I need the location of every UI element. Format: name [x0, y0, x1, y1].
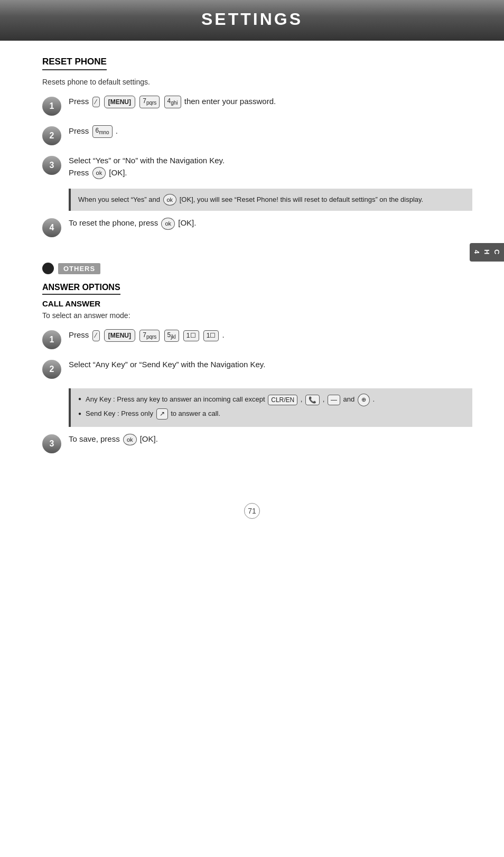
bullet-item-sendkey: Send Key : Press only ↗ to answer a call… — [78, 408, 465, 420]
key-4ghi: 4ghi — [164, 96, 181, 108]
reset-info-box: When you select “Yes” and ok [OK], you w… — [69, 189, 472, 211]
answer-bullet-box: Any Key : Press any key to answer an inc… — [69, 388, 472, 427]
step-circle-3: 3 — [42, 156, 61, 175]
reset-step-3: 3 Select “Yes” or “No” with the Navigati… — [42, 155, 472, 179]
call-answer-title: Call Answer — [42, 299, 472, 308]
reset-step-4-text: To reset the phone, press ok [OK]. — [69, 217, 472, 229]
ok-icon-inline: ok — [163, 194, 177, 206]
answer-step-2: 2 Select “Any Key” or “Send Key” with th… — [42, 359, 472, 379]
answer-bullet-box-item: Any Key : Press any key to answer an inc… — [42, 388, 472, 427]
reset-phone-title: Reset Phone — [42, 57, 107, 70]
reset-phone-description: Resets phone to default settings. — [42, 78, 472, 86]
answer-options-steps: 1 Press ∕ [MENU] 7pqrs 5jkl 1☐ 1☐ . 2 Se… — [42, 329, 472, 453]
reset-step-1: 1 Press ∕ [MENU] 7pqrs 4ghi then enter y… — [42, 96, 472, 116]
answer-step-3-text: To save, press ok [OK]. — [69, 433, 472, 445]
ok-key-icon: ok — [92, 167, 106, 179]
reset-step-4: 4 To reset the phone, press ok [OK]. — [42, 217, 472, 237]
answer-options-title: Answer Options — [42, 283, 120, 295]
others-label: OTHERS — [58, 263, 100, 274]
ok-key-icon-3: ok — [123, 434, 137, 446]
call-answer-description: To select an answer mode: — [42, 311, 472, 320]
answer-step-1-text: Press ∕ [MENU] 7pqrs 5jkl 1☐ 1☐ . — [69, 329, 472, 342]
phone-icon: 📞 — [305, 395, 320, 406]
reset-phone-section: Reset Phone Resets phone to default sett… — [42, 57, 472, 237]
reset-step-3-text: Select “Yes” or “No” with the Navigation… — [69, 155, 472, 179]
answer-step-circle-2: 2 — [42, 360, 61, 379]
circle-plus-icon: ⊕ — [358, 394, 370, 406]
answer-options-section: Answer Options Call Answer To select an … — [42, 283, 472, 453]
others-dot — [42, 263, 54, 274]
clr-en-icon: CLR/EN — [268, 395, 297, 406]
dash-icon: — — [328, 395, 340, 406]
key-5jkl: 5jkl — [164, 330, 179, 342]
reset-step-1-text: Press ∕ [MENU] 7pqrs 4ghi then enter you… — [69, 96, 472, 108]
menu-key-icon: ∕ — [92, 97, 100, 108]
step-circle-4: 4 — [42, 218, 61, 237]
bullet-list: Any Key : Press any key to answer an inc… — [78, 394, 465, 420]
key-7pqrs-2: 7pqrs — [139, 330, 160, 342]
key-1a: 1☐ — [183, 330, 199, 341]
step-circle-2: 2 — [42, 126, 61, 145]
answer-step-2-text: Select “Any Key” or “Send Key” with the … — [69, 359, 472, 371]
menu-label-2: [MENU] — [104, 329, 135, 342]
key-7pqrs: 7pqrs — [139, 96, 160, 108]
page-number: 71 — [244, 503, 260, 519]
reset-phone-steps: 1 Press ∕ [MENU] 7pqrs 4ghi then enter y… — [42, 96, 472, 237]
send-key-icon: ↗ — [156, 408, 168, 420]
page-title: SETTINGS — [0, 10, 504, 29]
answer-step-3: 3 To save, press ok [OK]. — [42, 433, 472, 453]
answer-step-circle-3: 3 — [42, 434, 61, 453]
header-banner: SETTINGS — [0, 0, 504, 41]
reset-step-2: 2 Press 6mno . — [42, 125, 472, 145]
key-1b: 1☐ — [203, 330, 219, 341]
reset-step-2-text: Press 6mno . — [69, 125, 472, 138]
answer-step-1: 1 Press ∕ [MENU] 7pqrs 5jkl 1☐ 1☐ . — [42, 329, 472, 349]
menu-key-icon-2: ∕ — [92, 330, 100, 341]
main-content: Reset Phone Resets phone to default sett… — [0, 41, 504, 482]
answer-step-circle-1: 1 — [42, 330, 61, 349]
key-6mno: 6mno — [92, 125, 113, 137]
step-circle-1: 1 — [42, 97, 61, 116]
bullet-item-anykey: Any Key : Press any key to answer an inc… — [78, 394, 465, 406]
ok-key-icon-2: ok — [161, 218, 175, 230]
menu-label: [MENU] — [104, 96, 135, 108]
others-badge: OTHERS — [42, 263, 100, 274]
reset-info-box-item: When you select “Yes” and ok [OK], you w… — [42, 189, 472, 211]
page-number-area: 71 — [0, 503, 504, 529]
